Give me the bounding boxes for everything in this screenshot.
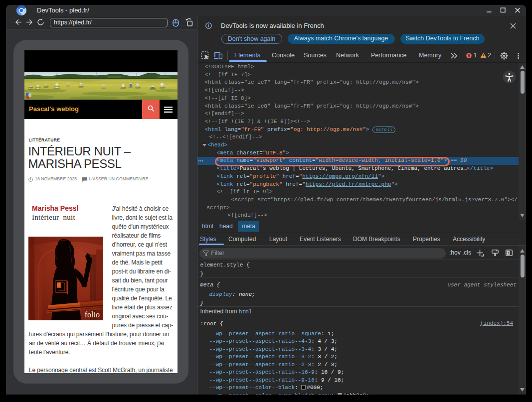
svg-text:folio: folio [85, 310, 100, 319]
